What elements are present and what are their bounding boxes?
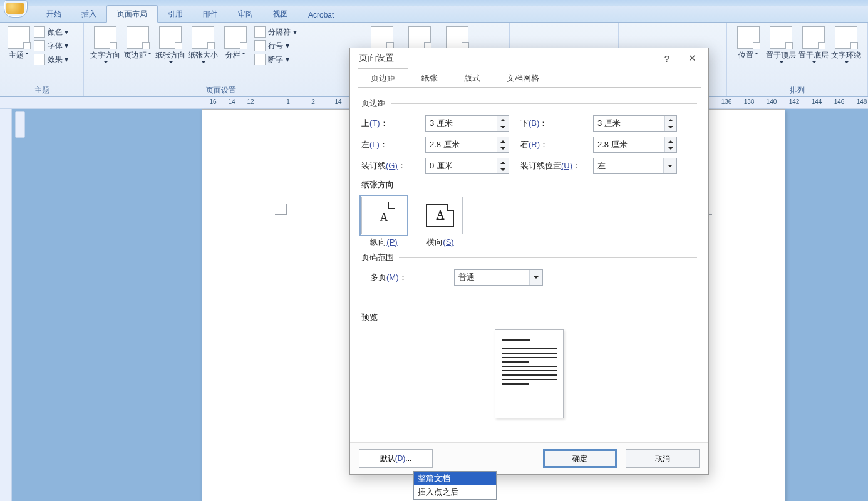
theme-colors[interactable]: 颜色 ▾ [34,25,68,39]
columns-icon [224,26,247,49]
themes-button[interactable]: 主题 [5,25,33,59]
cancel-button[interactable]: 取消 [626,449,700,468]
line-numbers-button[interactable]: 行号 ▾ [254,39,296,53]
label-top: 上(T)： [361,118,425,129]
tab-home[interactable]: 开始 [36,6,71,22]
dialog-tabs: 页边距 纸张 版式 文档网格 [358,68,701,87]
text-direction-button[interactable]: 文字方向 [89,25,121,68]
tab-grid[interactable]: 文档网格 [493,68,552,87]
back-icon [802,26,825,49]
portrait-icon: A [373,202,395,229]
input-bottom-margin[interactable]: 3 厘米 [593,115,677,132]
tab-acrobat[interactable]: Acrobat [298,8,344,22]
label-gutter: 装订线(G)： [361,160,425,172]
help-button[interactable]: ? [654,49,679,67]
position-button[interactable]: 位置 [732,25,765,59]
page-border-icon [446,26,468,49]
dialog-titlebar[interactable]: 页面设置 ? ✕ [350,48,708,68]
tab-paper[interactable]: 纸张 [408,68,451,87]
menu-tabs: 开始 插入 页面布局 引用 邮件 审阅 视图 Acrobat [0,6,868,23]
wrap-icon [835,26,857,49]
label-bottom: 下(B)： [520,118,593,129]
tab-review[interactable]: 审阅 [228,6,263,22]
position-icon [737,26,760,49]
hyphen-icon [254,54,266,65]
label-left: 左(L)： [361,139,425,150]
margins-button[interactable]: 页边距 [121,25,154,59]
theme-effects[interactable]: 效果 ▾ [34,53,68,66]
vertical-ruler[interactable] [0,109,12,501]
input-gutter[interactable]: 0 厘米 [425,158,509,174]
tab-layout[interactable]: 版式 [451,68,493,87]
bring-front-button[interactable]: 置于顶层 [765,25,797,68]
size-icon [192,26,214,49]
section-pages: 页码范围 [361,252,394,263]
close-button[interactable]: ✕ [679,49,705,67]
orientation-portrait[interactable]: A 纵向(P) [361,197,406,248]
input-right-margin[interactable]: 2.8 厘米 [593,137,677,153]
page-thumbnail[interactable] [15,111,25,138]
group-label-arrange: 排列 [732,84,862,96]
tab-view[interactable]: 视图 [263,6,298,22]
tab-mailings[interactable]: 邮件 [193,6,228,22]
preview-thumbnail [495,329,564,418]
orientation-landscape[interactable]: A 横向(S) [418,197,463,248]
landscape-icon: A [426,204,454,227]
combo-gutter-position[interactable]: 左 [593,158,677,174]
watermark-icon [371,26,393,49]
lineno-icon [254,40,266,51]
front-icon [770,26,792,49]
themes-icon [8,26,30,49]
hyphenation-button[interactable]: 断字 ▾ [254,53,296,66]
effects-icon [34,54,45,65]
page-color-icon [408,26,431,49]
group-label-themes: 主题 [5,84,78,96]
page-setup-dialog: 页面设置 ? ✕ 页边距 纸张 版式 文档网格 页边距 上(T)： 3 厘米 下… [349,48,709,475]
section-margins: 页边距 [361,98,386,109]
section-orientation: 纸张方向 [361,179,394,190]
breaks-icon [254,26,266,38]
orientation-button[interactable]: 纸张方向 [154,25,187,68]
combo-multipage[interactable]: 普通 [454,269,543,286]
margins-icon [127,26,149,49]
tab-insert[interactable]: 插入 [71,6,106,22]
group-label-page-setup: 页面设置 [89,84,353,96]
orientation-icon [159,26,182,49]
apply-to-dropdown: 整篇文档 插入点之后 [413,471,497,500]
dropdown-option-whole-doc[interactable]: 整篇文档 [414,472,496,485]
label-multipage: 多页(M)： [361,272,454,283]
input-top-margin[interactable]: 3 厘米 [425,115,509,132]
columns-button[interactable]: 分栏 [219,25,252,59]
input-left-margin[interactable]: 2.8 厘米 [425,137,509,153]
size-button[interactable]: 纸张大小 [187,25,219,68]
margin-corner [275,197,292,215]
label-gutter-position: 装订线位置(U)： [520,160,593,172]
breaks-button[interactable]: 分隔符 ▾ [254,25,296,39]
tab-references[interactable]: 引用 [158,6,193,22]
label-right: 石(R)： [520,139,593,150]
fonts-icon [34,40,45,51]
default-button[interactable]: 默认(D)... [359,449,433,468]
theme-fonts[interactable]: 字体 ▾ [34,39,68,53]
colors-icon [34,26,45,38]
dialog-button-row: 默认(D)... 确定 取消 [350,442,708,474]
dialog-title: 页面设置 [359,53,394,64]
ok-button[interactable]: 确定 [543,449,617,468]
send-back-button[interactable]: 置于底层 [797,25,830,68]
tab-page-layout[interactable]: 页面布局 [106,5,158,23]
section-preview: 预览 [361,312,378,323]
text-cursor [287,215,287,229]
office-button[interactable] [4,0,28,18]
tab-margins[interactable]: 页边距 [358,68,408,87]
text-wrap-button[interactable]: 文字环绕 [830,25,862,68]
text-direction-icon [94,26,116,49]
dropdown-option-after-insertion[interactable]: 插入点之后 [414,485,496,499]
